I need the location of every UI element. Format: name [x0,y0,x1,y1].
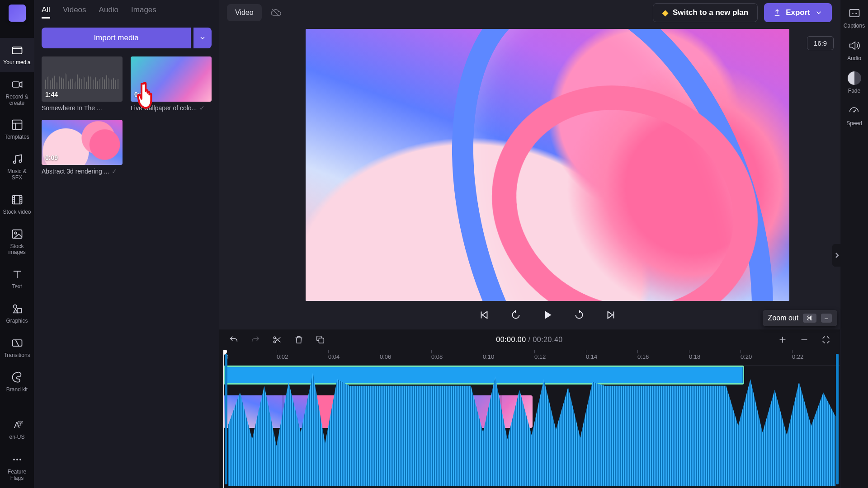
timecode-current-frac: .00 [515,336,526,343]
split-button[interactable] [271,334,283,346]
redo-button[interactable] [250,334,261,346]
project-type-chip[interactable]: Video [227,4,262,21]
svg-point-4 [19,160,21,162]
nav-music-sfx[interactable]: Music & SFX [0,147,34,188]
playhead[interactable] [223,350,224,488]
nav-label: Transitions [4,352,30,359]
prop-captions[interactable]: Captions [844,6,865,29]
upload-icon [773,9,781,17]
ruler-tick: 0:06 [380,353,391,360]
media-tab-images[interactable]: Images [131,5,156,19]
cloud-sync-off-icon[interactable] [268,5,283,20]
switch-plan-button[interactable]: ◆ Switch to a new plan [653,3,758,22]
ruler-tick: 0:16 [637,353,649,360]
clip-trim-handle-left[interactable] [225,354,227,484]
media-tab-all[interactable]: All [42,5,50,19]
preview-frame-render [306,29,789,301]
undo-button[interactable] [228,334,240,346]
camera-icon [10,78,24,91]
templates-icon [10,118,24,131]
svg-point-3 [13,161,15,164]
duplicate-button[interactable] [315,334,326,346]
nav-stock-images[interactable]: Stock images [0,222,34,263]
media-tab-audio[interactable]: Audio [99,5,118,19]
svg-text:字: 字 [18,420,23,426]
play-button[interactable] [541,308,554,322]
timeline-right-tools [777,334,832,346]
timeline-ruler[interactable]: 00:020:040:060:080:100:120:140:160:180:2… [223,350,840,366]
nav-your-media[interactable]: Your media [0,38,34,72]
export-label: Export [786,8,810,17]
skip-start-button[interactable] [477,308,491,322]
locale-switcher[interactable]: A字 en-US [0,412,34,447]
zoom-fit-button[interactable] [820,334,832,346]
skip-end-button[interactable] [604,308,618,322]
nav-record-create[interactable]: Record & create [0,72,34,113]
media-caption: Abstract 3d rendering ... ✓ [42,168,123,175]
svg-point-15 [19,459,21,461]
delete-button[interactable] [293,334,305,346]
nav-label: Your media [3,60,30,66]
svg-point-21 [854,111,855,113]
nav-label: Record & create [2,94,32,107]
svg-rect-19 [319,338,324,343]
shapes-icon [10,302,24,315]
captions-icon [848,6,861,20]
film-icon [10,193,24,206]
nav-templates[interactable]: Templates [0,113,34,147]
nav-transitions[interactable]: Transitions [0,331,34,365]
nav-brand-kit[interactable]: Brand kit [0,365,34,399]
ruler-tick: 0:04 [328,353,340,360]
prop-label: Audio [847,55,861,61]
export-button[interactable]: Export [764,3,832,22]
prop-audio[interactable]: Audio [847,39,861,61]
preview-wrap: 16:9 [219,25,840,329]
nav-label: Music & SFX [2,169,32,181]
svg-point-8 [13,305,16,308]
feature-flags-label: Feature Flags [2,469,32,482]
import-media-dropdown[interactable] [193,28,212,48]
chevron-down-icon [199,34,206,42]
app-logo [9,5,26,22]
media-panel: All Videos Audio Images Import media 1:4… [34,0,219,488]
aspect-ratio-selector[interactable]: 16:9 [807,36,834,50]
media-tabs: All Videos Audio Images [42,5,212,21]
clip-trim-handle-right[interactable] [836,354,839,484]
prop-fade[interactable]: Fade [848,71,861,94]
timeline-body[interactable]: 00:020:040:060:080:100:120:140:160:180:2… [219,350,840,488]
rewind-5-button[interactable] [509,308,523,322]
nav-graphics[interactable]: Graphics [0,296,34,331]
timecode-total-frac: .40 [552,336,563,343]
svg-rect-1 [12,82,19,87]
nav-stock-video[interactable]: Stock video [0,188,34,222]
left-nav-rail: Your media Record & create Templates Mus… [0,0,34,488]
music-icon [10,152,24,166]
locale-label: en-US [9,434,24,441]
nav-label: Stock images [2,244,32,256]
tooltip-label: Zoom out [768,314,799,322]
media-caption-text: Somewhere In The ... [42,104,102,112]
nav-text[interactable]: Text [0,262,34,296]
duration-badge: 0:09 [45,154,58,161]
prop-speed[interactable]: Speed [846,104,862,127]
fade-icon [848,71,861,85]
preview-canvas[interactable] [306,29,789,301]
audio-clip[interactable]: Somewhere In The Mountains [223,366,744,385]
zoom-in-button[interactable] [777,334,788,346]
feature-flags[interactable]: Feature Flags [0,446,34,488]
kbd-minus: – [821,314,832,323]
svg-rect-0 [12,47,22,54]
rail-bottom-group: A字 en-US Feature Flags [0,412,34,488]
ruler-tick: 0:14 [586,353,597,360]
media-tab-videos[interactable]: Videos [63,5,86,19]
collapse-property-rail-button[interactable] [832,244,841,267]
svg-point-13 [13,459,15,461]
media-item-3d[interactable]: 0:09 Abstract 3d rendering ... ✓ [42,120,123,175]
prop-label: Fade [848,88,860,94]
zoom-out-button[interactable] [798,334,810,346]
media-thumb: 0:09 [42,120,123,165]
forward-5-button[interactable] [572,308,586,322]
timeline-tracks[interactable]: 00:020:040:060:080:100:120:140:160:180:2… [223,350,840,488]
kbd-cmd: ⌘ [803,314,816,323]
gauge-icon [847,104,861,117]
